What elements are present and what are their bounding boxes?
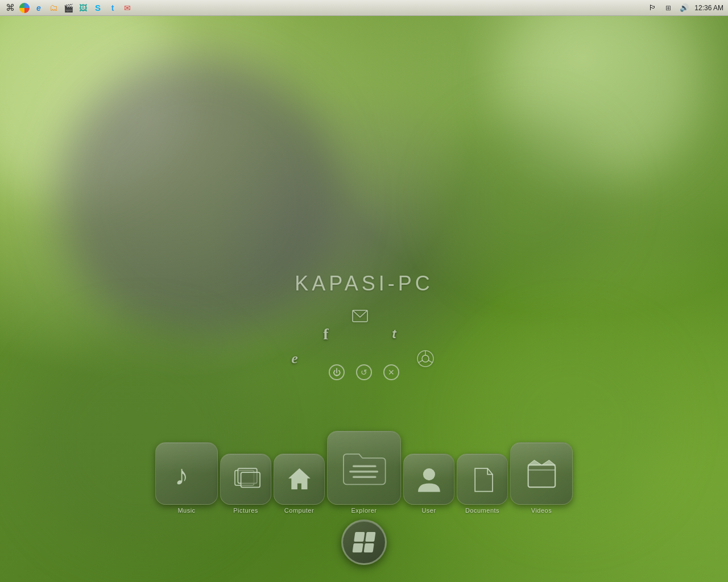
refresh-button[interactable]: ↺: [356, 364, 372, 380]
win-quad-bl: [352, 543, 363, 553]
user-label: User: [421, 507, 436, 514]
documents-dock-item[interactable]: Documents: [457, 454, 508, 514]
music-label: Music: [177, 507, 195, 514]
windows-logo: [352, 532, 375, 552]
pictures-icon-wrap[interactable]: [220, 454, 271, 505]
close-button[interactable]: ✕: [383, 364, 399, 380]
pictures-dock-item[interactable]: Pictures: [220, 454, 271, 514]
computer-label: Computer: [284, 507, 314, 514]
computer-dock-item[interactable]: Computer: [274, 454, 325, 514]
twitter-icon[interactable]: t: [384, 324, 404, 344]
chrome-icon[interactable]: [415, 348, 436, 369]
win-quad-br: [363, 543, 374, 553]
documents-icon-wrap[interactable]: [457, 454, 508, 505]
videos-label: Videos: [531, 507, 552, 514]
win-quad-tl: [354, 532, 365, 542]
svg-line-4: [428, 360, 432, 363]
documents-label: Documents: [465, 507, 499, 514]
desktop: KAPASI-PC f t e ⏻ ↺ ✕: [0, 16, 728, 582]
time-display: 12:36 AM: [694, 4, 723, 12]
user-icon-wrap[interactable]: [403, 454, 454, 505]
explorer-label: Explorer: [351, 507, 377, 514]
explorer-dock-item[interactable]: Explorer: [327, 431, 401, 514]
dock: ♪ Music Pictures: [155, 431, 573, 514]
folder-taskbar-icon[interactable]: 🗂: [48, 2, 59, 14]
svg-point-14: [423, 468, 435, 480]
pictures-label: Pictures: [233, 507, 258, 514]
pc-name: KAPASI-PC: [295, 272, 433, 296]
email-icon[interactable]: [350, 306, 370, 326]
videos-icon-wrap[interactable]: [510, 442, 573, 505]
ie-taskbar-icon[interactable]: e: [33, 2, 44, 14]
flag-icon[interactable]: 🏳: [647, 2, 658, 14]
svg-marker-10: [288, 468, 311, 489]
explorer-icon-wrap[interactable]: [327, 431, 401, 505]
svg-text:♪: ♪: [174, 459, 188, 490]
skype-taskbar-icon[interactable]: S: [92, 2, 104, 14]
computer-icon-wrap[interactable]: [274, 454, 325, 505]
videos-dock-item[interactable]: Videos: [510, 442, 573, 514]
svg-rect-9: [241, 472, 259, 487]
volume-icon[interactable]: 🔊: [679, 2, 690, 14]
display-icon[interactable]: ⊞: [663, 2, 674, 14]
twitter-taskbar-icon[interactable]: t: [107, 2, 118, 14]
apple-menu-icon[interactable]: ⌘: [5, 2, 16, 14]
chrome-taskbar-icon[interactable]: [19, 3, 30, 13]
music-dock-item[interactable]: ♪ Music: [155, 442, 218, 514]
user-dock-item[interactable]: User: [403, 454, 454, 514]
menubar-left: ⌘ e 🗂 🎬 🖼 S t ✉: [5, 2, 133, 14]
control-row: ⏻ ↺ ✕: [329, 364, 399, 380]
svg-rect-15: [528, 465, 555, 487]
menubar: ⌘ e 🗂 🎬 🖼 S t ✉ 🏳 ⊞ 🔊 12:36 AM: [0, 0, 728, 16]
svg-point-2: [422, 355, 429, 362]
music-icon-wrap[interactable]: ♪: [155, 442, 218, 505]
menubar-right: 🏳 ⊞ 🔊 12:36 AM: [647, 2, 723, 14]
facebook-icon[interactable]: f: [316, 324, 336, 344]
mail-taskbar-icon[interactable]: ✉: [122, 2, 133, 14]
media-taskbar-icon[interactable]: 🎬: [63, 2, 74, 14]
social-arc: f t e: [250, 300, 478, 414]
windows-start-button[interactable]: [341, 519, 387, 565]
power-button[interactable]: ⏻: [329, 364, 345, 380]
win-quad-tr: [365, 532, 376, 542]
ie-icon[interactable]: e: [284, 348, 305, 369]
svg-line-5: [419, 360, 423, 363]
pictures-taskbar-icon[interactable]: 🖼: [77, 2, 89, 14]
